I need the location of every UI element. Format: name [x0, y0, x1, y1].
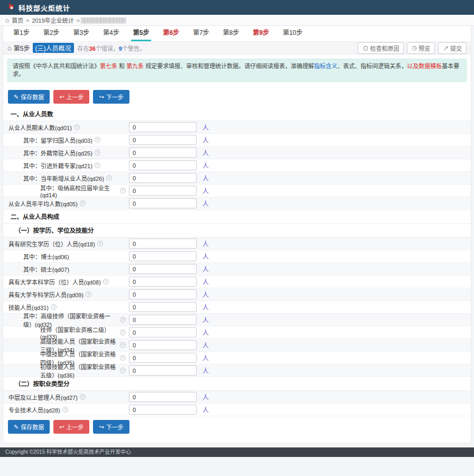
help-icon[interactable]: ? — [103, 279, 109, 285]
next-step-button[interactable]: ↪下一步 — [93, 420, 129, 434]
field-input-qd09[interactable] — [129, 289, 197, 299]
help-icon[interactable]: ? — [62, 407, 68, 413]
help-icon[interactable]: ? — [80, 200, 86, 206]
step-tab-7[interactable]: 第7步 — [191, 24, 211, 41]
field-input-wrap — [129, 135, 197, 145]
save-data-button[interactable]: ✎保存数据 — [8, 420, 50, 434]
unit-label: 人 — [202, 199, 209, 208]
field-input-qd32[interactable] — [129, 315, 197, 325]
header-actions: ⊙检查和原因◷预览↗提交 — [358, 42, 467, 54]
form-row-qd27: 中层及以上管理人员(qd27)?人 — [3, 391, 471, 404]
unit-label: 人 — [202, 148, 209, 157]
field-input-qd36[interactable] — [129, 365, 197, 376]
help-icon[interactable]: ? — [120, 342, 126, 348]
field-input-qd14[interactable] — [129, 186, 197, 196]
field-input-wrap — [129, 353, 197, 363]
field-input-wrap — [129, 198, 197, 209]
help-icon[interactable]: ? — [51, 304, 57, 310]
unit-label: 人 — [202, 135, 209, 144]
header-action-preview-button[interactable]: ◷预览 — [407, 42, 435, 54]
field-label-text: 其中：引进外籍专家(qd21) — [23, 161, 92, 170]
section-header: 一、从业人员数 — [3, 107, 471, 121]
step-tab-4[interactable]: 第4步 — [101, 24, 122, 41]
field-label-text: 专业技术人员(qd28) — [8, 406, 60, 414]
field-label-text: 其中：硕士(qd07) — [23, 265, 69, 273]
help-icon[interactable]: ? — [74, 124, 80, 130]
field-input-qd28[interactable] — [129, 405, 197, 415]
help-icon[interactable]: ? — [95, 150, 100, 155]
footer: Copyright ©2015 科学技术部火炬高技术产业开发中心 — [0, 447, 474, 457]
help-icon[interactable]: ? — [95, 162, 100, 168]
help-icon[interactable]: ? — [86, 291, 91, 297]
field-input-qd01[interactable] — [129, 122, 197, 132]
field-input-qd08[interactable] — [129, 277, 197, 287]
toolbar-bottom: ✎保存数据↩上一步↪下一步 — [3, 416, 471, 437]
button-label: 保存数据 — [21, 423, 44, 431]
save-data-button[interactable]: ✎保存数据 — [8, 90, 50, 104]
subsection-header: （一）按学历、学位及技能分 — [3, 224, 471, 237]
step-tab-10[interactable]: 第10步 — [281, 24, 304, 41]
field-label-qd26: 其中：当年新增从业人员(qd26)? — [3, 174, 126, 182]
torch-logo-icon — [5, 3, 15, 12]
notice-link[interactable]: 指标含义 — [314, 63, 337, 69]
field-input-qd18[interactable] — [129, 239, 197, 249]
step-tab-9[interactable]: 第9步 — [251, 24, 272, 41]
field-label-qd28: 专业技术人员(qd28)? — [3, 406, 126, 414]
step-tab-3[interactable]: 第3步 — [71, 24, 91, 41]
step-tab-6[interactable]: 第6步 — [161, 24, 181, 41]
field-input-qd26[interactable] — [129, 173, 197, 183]
step-tab-2[interactable]: 第2步 — [41, 24, 62, 41]
breadcrumb-home-link[interactable]: 首页 — [12, 16, 23, 24]
step-tab-1[interactable]: 第1步 — [11, 24, 32, 41]
field-label-text: 初级技能人员（国家职业资格五级）(qd36) — [40, 362, 118, 379]
field-input-qd21[interactable] — [129, 160, 197, 170]
header-action-submit-button[interactable]: ↗提交 — [438, 42, 467, 54]
next-step-button[interactable]: ↪下一步 — [93, 90, 129, 104]
field-input-qd07[interactable] — [129, 264, 197, 274]
help-icon[interactable]: ? — [120, 317, 126, 323]
help-icon[interactable]: ? — [95, 137, 100, 143]
unit-label: 人 — [202, 366, 209, 375]
step-tab-8[interactable]: 第8步 — [221, 24, 241, 41]
unit-label: 人 — [202, 186, 209, 195]
field-input-qd27[interactable] — [129, 392, 197, 402]
breadcrumb-section-link[interactable]: 2019年企业统计 — [32, 16, 73, 24]
field-input-qd06[interactable] — [129, 251, 197, 261]
help-icon[interactable]: ? — [97, 241, 103, 246]
field-input-qd05[interactable] — [129, 198, 197, 208]
top-navbar: 科技部火炬统计 — [0, 0, 474, 15]
unit-label: 人 — [202, 277, 209, 286]
unit-label: 人 — [202, 252, 209, 261]
field-input-qd03[interactable] — [129, 135, 197, 145]
field-input-qd31[interactable] — [129, 302, 197, 312]
help-icon[interactable]: ? — [106, 175, 112, 181]
help-icon[interactable]: ? — [120, 368, 126, 373]
header-action-check-button[interactable]: ⊙检查和原因 — [358, 42, 404, 54]
help-icon[interactable]: ? — [80, 394, 86, 400]
field-input-qd35[interactable] — [129, 353, 197, 363]
previous-step-button[interactable]: ↩上一步 — [53, 420, 89, 434]
field-input-wrap — [129, 173, 197, 184]
field-input-wrap — [129, 264, 197, 274]
unit-label: 人 — [202, 405, 209, 414]
step-tabs: 第1步第2步第3步第4步第5步第6步第7步第8步第9步第10步 — [3, 26, 471, 42]
help-icon[interactable]: ? — [120, 329, 126, 335]
previous-step-button[interactable]: ↩上一步 — [53, 90, 89, 104]
field-input-qd25[interactable] — [129, 148, 197, 158]
field-input-wrap — [129, 122, 197, 133]
help-icon[interactable]: ? — [120, 188, 126, 194]
field-label-text: 其中：外籍常驻人员(qd25) — [23, 149, 92, 157]
header-action-label: 检查和原因 — [370, 44, 399, 52]
subsection-header: （二）按职业类型分 — [3, 377, 471, 391]
home-icon: ⌂ — [7, 44, 12, 52]
field-input-qd34[interactable] — [129, 340, 197, 350]
help-icon[interactable]: ? — [120, 355, 126, 361]
field-input-qd33[interactable] — [129, 327, 197, 337]
unit-label: 人 — [202, 353, 209, 362]
current-step-label: 第5步 — [14, 43, 30, 52]
toolbar-top: ✎保存数据↩上一步↪下一步 — [3, 86, 471, 107]
field-input-wrap — [129, 392, 197, 402]
step-tab-5[interactable]: 第5步 — [131, 24, 152, 41]
unit-label: 人 — [202, 123, 209, 132]
personnel-form: 一、从业人员数从业人员期末人数(qd01)?人其中：留学归国人员(qd03)?人… — [3, 107, 471, 416]
